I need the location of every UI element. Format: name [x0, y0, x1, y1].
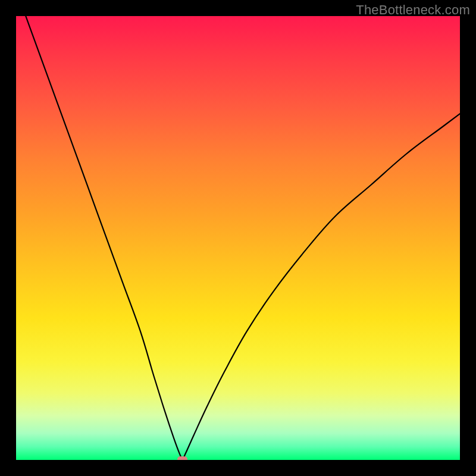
bottleneck-curve [16, 16, 460, 460]
chart-frame: TheBottleneck.com [0, 0, 476, 476]
watermark-text: TheBottleneck.com [356, 2, 470, 18]
minimum-marker [177, 456, 187, 460]
plot-area [16, 16, 460, 460]
